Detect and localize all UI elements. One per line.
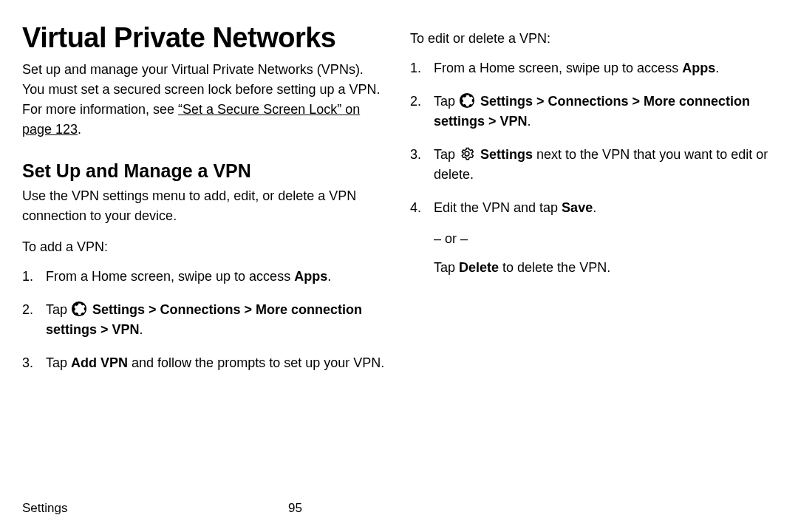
svg-point-2: [465, 151, 469, 156]
step-text: .: [715, 61, 719, 75]
or-separator: – or –: [410, 231, 776, 247]
page-title: Virtual Private Networks: [22, 22, 388, 54]
intro-paragraph: Set up and manage your Virtual Private N…: [22, 60, 388, 140]
intro-text-post: .: [78, 122, 81, 137]
section-body: Use the VPN settings menu to add, edit, …: [22, 186, 388, 226]
step-text: and follow the prompts to set up your VP…: [128, 355, 384, 370]
edit-vpn-steps: From a Home screen, swipe up to access A…: [410, 58, 776, 218]
step-bold: Add VPN: [71, 355, 128, 370]
step-text: .: [327, 269, 331, 284]
footer-section-label: Settings: [22, 501, 288, 516]
step-bold: Apps: [682, 61, 715, 75]
list-item: From a Home screen, swipe up to access A…: [22, 267, 388, 287]
right-column: To edit or delete a VPN: From a Home scr…: [410, 22, 776, 386]
step-text: From a Home screen, swipe up to access: [46, 269, 294, 284]
list-item: Edit the VPN and tap Save.: [410, 198, 776, 218]
delete-bold: Delete: [459, 260, 499, 275]
step-bold: Save: [562, 200, 593, 215]
step-text: .: [528, 114, 531, 129]
list-item: Tap Settings next to the VPN that you wa…: [410, 145, 776, 185]
add-vpn-intro: To add a VPN:: [22, 239, 388, 255]
step-bold: Settings > Connections > More connection…: [46, 302, 362, 337]
list-item: Tap Settings > Connections > More connec…: [410, 92, 776, 132]
left-column: Virtual Private Networks Set up and mana…: [22, 22, 388, 386]
step-bold: Settings: [480, 147, 533, 162]
delete-instruction: Tap Delete to delete the VPN.: [410, 260, 776, 276]
section-heading: Set Up and Manage a VPN: [22, 160, 388, 182]
edit-vpn-intro: To edit or delete a VPN:: [410, 22, 776, 47]
step-text: Tap: [46, 302, 71, 317]
step-text: .: [140, 322, 143, 337]
step-bold: Apps: [294, 269, 327, 284]
step-text: .: [593, 200, 596, 215]
step-text: Tap: [434, 94, 459, 109]
page-footer: Settings 95: [22, 501, 776, 516]
gear-outline-icon: [459, 146, 475, 162]
add-vpn-steps: From a Home screen, swipe up to access A…: [22, 267, 388, 373]
gear-filled-icon: [71, 301, 87, 317]
step-text: Tap: [46, 355, 71, 370]
delete-post: to delete the VPN.: [499, 260, 610, 275]
step-text: Tap: [434, 147, 459, 162]
list-item: From a Home screen, swipe up to access A…: [410, 58, 776, 78]
footer-page-number: 95: [288, 501, 302, 516]
list-item: Tap Add VPN and follow the prompts to se…: [22, 353, 388, 373]
step-text: Edit the VPN and tap: [434, 200, 562, 215]
delete-pre: Tap: [434, 260, 459, 275]
gear-filled-icon: [459, 92, 475, 109]
step-text: From a Home screen, swipe up to access: [434, 61, 682, 75]
list-item: Tap Settings > Connections > More connec…: [22, 300, 388, 340]
step-bold: Settings > Connections > More connection…: [434, 94, 750, 129]
